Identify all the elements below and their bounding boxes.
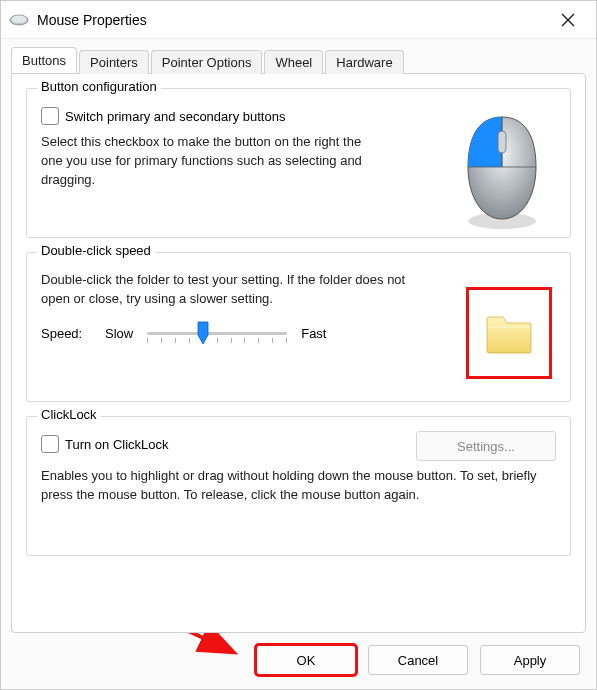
titlebar: Mouse Properties (1, 1, 596, 39)
double-click-description: Double-click the folder to test your set… (41, 271, 421, 309)
group-button-configuration: Button configuration Switch primary and … (26, 88, 571, 238)
tabpanel-buttons: Button configuration Switch primary and … (11, 73, 586, 633)
tab-label: Pointer Options (162, 55, 252, 70)
clicklock-description: Enables you to highlight or drag without… (41, 467, 551, 505)
tab-label: Buttons (22, 53, 66, 68)
ok-button[interactable]: OK (256, 645, 356, 675)
mouse-icon (9, 13, 29, 27)
tabstrip: Buttons Pointers Pointer Options Wheel H… (11, 45, 586, 73)
dialog-button-row: OK Cancel Apply (11, 633, 586, 689)
tab-label: Pointers (90, 55, 138, 70)
settings-button-label: Settings... (457, 439, 515, 454)
close-button[interactable] (548, 4, 588, 36)
window-title: Mouse Properties (37, 12, 147, 28)
close-icon (561, 13, 575, 27)
clicklock-label: Turn on ClickLock (65, 437, 169, 452)
svg-point-1 (12, 15, 27, 23)
client-area: Buttons Pointers Pointer Options Wheel H… (1, 39, 596, 689)
tab-hardware[interactable]: Hardware (325, 50, 403, 74)
group-legend: ClickLock (37, 407, 101, 422)
clicklock-checkbox[interactable] (41, 435, 59, 453)
svg-rect-7 (498, 131, 506, 153)
slow-label: Slow (105, 326, 133, 341)
group-legend: Button configuration (37, 79, 161, 94)
speed-label: Speed: (41, 326, 91, 341)
switch-buttons-description: Select this checkbox to make the button … (41, 133, 381, 190)
fast-label: Fast (301, 326, 326, 341)
switch-buttons-label: Switch primary and secondary buttons (65, 109, 285, 124)
tab-pointers[interactable]: Pointers (79, 50, 149, 74)
group-legend: Double-click speed (37, 243, 155, 258)
cancel-button[interactable]: Cancel (368, 645, 468, 675)
switch-buttons-checkbox[interactable] (41, 107, 59, 125)
group-clicklock: ClickLock Turn on ClickLock Settings... … (26, 416, 571, 556)
button-label: OK (297, 653, 316, 668)
tab-wheel[interactable]: Wheel (264, 50, 323, 74)
slider-thumb[interactable] (197, 321, 209, 345)
tab-label: Hardware (336, 55, 392, 70)
button-label: Cancel (398, 653, 438, 668)
tab-pointer-options[interactable]: Pointer Options (151, 50, 263, 74)
apply-button[interactable]: Apply (480, 645, 580, 675)
mouse-illustration (452, 111, 552, 234)
double-click-speed-slider[interactable] (147, 323, 287, 345)
button-label: Apply (514, 653, 547, 668)
tab-label: Wheel (275, 55, 312, 70)
mouse-properties-window: Mouse Properties Buttons Pointers Pointe… (0, 0, 597, 690)
folder-icon (483, 307, 535, 359)
clicklock-settings-button: Settings... (416, 431, 556, 461)
tab-buttons[interactable]: Buttons (11, 47, 77, 73)
group-double-click-speed: Double-click speed Double-click the fold… (26, 252, 571, 402)
test-folder[interactable] (466, 287, 552, 379)
